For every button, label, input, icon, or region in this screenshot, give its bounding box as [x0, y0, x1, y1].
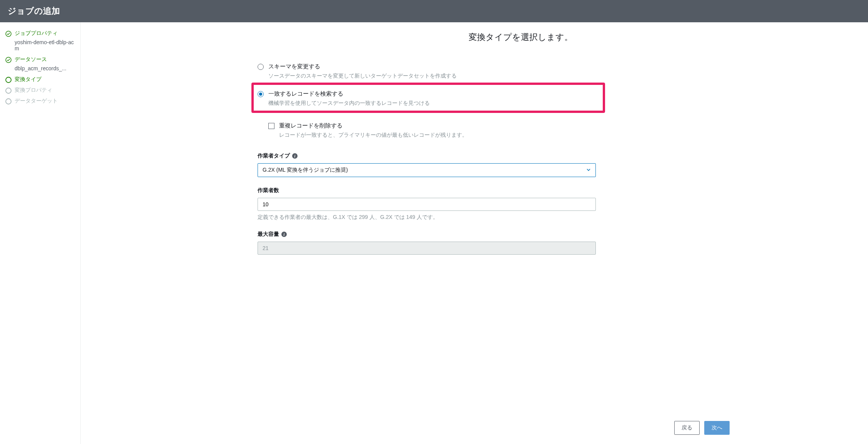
wizard-sidebar: ジョブプロパティ yoshim-demo-etl-dblp-acm データソース…: [0, 22, 81, 444]
worker-type-select[interactable]: G.2X (ML 変換を伴うジョブに推奨): [258, 163, 596, 177]
footer-buttons: 戻る 次へ: [674, 421, 730, 435]
step-transform-type[interactable]: 変換タイプ: [5, 76, 75, 83]
info-icon[interactable]: i: [292, 153, 298, 159]
radio-title: 一致するレコードを検索する: [268, 90, 599, 98]
chevron-down-icon: [586, 167, 591, 173]
step-data-source[interactable]: データソース: [5, 56, 75, 63]
highlighted-selection: 一致するレコードを検索する 機械学習を使用してソースデータ内の一致するレコードを…: [251, 83, 605, 113]
worker-count-input[interactable]: [258, 198, 596, 211]
checkbox-desc: レコードが一致すると、プライマリキーの値が最も低いレコードが残ります。: [279, 132, 596, 139]
checkbox-icon: [268, 123, 274, 129]
worker-count-field: 作業者数 定義できる作業者の最大数は、G.1X では 299 人、G.2X では…: [258, 187, 596, 221]
page-header: ジョブの追加: [0, 0, 868, 22]
radio-icon: [258, 64, 264, 70]
transform-type-radio-group: スキーマを変更する ソースデータのスキーマを変更して新しいターゲットデータセット…: [258, 62, 596, 113]
max-capacity-field: 最大容量 i: [258, 231, 596, 255]
page-title: 変換タイプを選択します。: [96, 31, 853, 43]
main-panel: 変換タイプを選択します。 スキーマを変更する ソースデータのスキーマを変更して新…: [81, 22, 868, 444]
svg-point-2: [6, 77, 11, 83]
worker-count-help: 定義できる作業者の最大数は、G.1X では 299 人、G.2X では 149 …: [258, 214, 596, 221]
svg-point-1: [6, 57, 11, 63]
circle-open-icon: [5, 77, 12, 83]
radio-title: スキーマを変更する: [268, 63, 596, 70]
svg-point-0: [6, 31, 11, 36]
remove-duplicates-checkbox-row[interactable]: 重複レコードを削除する レコードが一致すると、プライマリキーの値が最も低いレコー…: [268, 122, 596, 139]
worker-type-label: 作業者タイプ: [258, 152, 290, 159]
worker-count-label: 作業者数: [258, 187, 279, 194]
back-button[interactable]: 戻る: [674, 421, 700, 435]
step-sub-data-source: dblp_acm_records_...: [15, 65, 75, 71]
step-transform-properties: 変換プロパティ: [5, 87, 75, 94]
worker-type-field: 作業者タイプ i G.2X (ML 変換を伴うジョブに推奨): [258, 152, 596, 177]
radio-desc: 機械学習を使用してソースデータ内の一致するレコードを見つける: [268, 100, 599, 107]
step-data-target: データターゲット: [5, 98, 75, 104]
svg-point-3: [6, 88, 11, 93]
step-label: ジョブプロパティ: [15, 30, 58, 37]
checkbox-title: 重複レコードを削除する: [279, 122, 596, 129]
next-button[interactable]: 次へ: [704, 421, 730, 435]
page-header-title: ジョブの追加: [8, 6, 60, 16]
check-circle-icon: [5, 31, 12, 37]
radio-change-schema[interactable]: スキーマを変更する ソースデータのスキーマを変更して新しいターゲットデータセット…: [258, 62, 596, 85]
info-icon[interactable]: i: [281, 232, 287, 237]
max-capacity-input: [258, 242, 596, 255]
step-label: 変換タイプ: [15, 76, 42, 83]
circle-open-icon: [5, 88, 12, 94]
step-job-properties[interactable]: ジョブプロパティ: [5, 30, 75, 37]
step-label: データターゲット: [15, 98, 58, 104]
step-label: データソース: [15, 56, 47, 63]
radio-desc: ソースデータのスキーマを変更して新しいターゲットデータセットを作成する: [268, 73, 596, 80]
step-label: 変換プロパティ: [15, 87, 52, 94]
radio-icon: [258, 91, 264, 97]
radio-find-matches[interactable]: 一致するレコードを検索する 機械学習を使用してソースデータ内の一致するレコードを…: [258, 89, 599, 108]
max-capacity-label: 最大容量: [258, 231, 279, 238]
check-circle-icon: [5, 57, 12, 63]
step-sub-job-properties: yoshim-demo-etl-dblp-acm: [15, 39, 75, 51]
worker-type-value: G.2X (ML 変換を伴うジョブに推奨): [263, 167, 348, 174]
svg-point-4: [6, 99, 11, 104]
circle-open-icon: [5, 98, 12, 104]
